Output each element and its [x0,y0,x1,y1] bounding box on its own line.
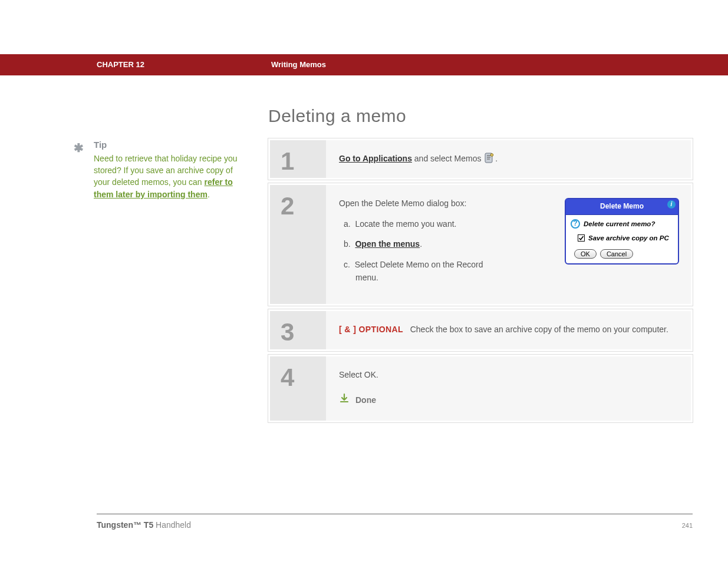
asterisk-icon: ✱ [74,140,84,157]
step4-text: Select OK. [339,368,678,381]
done-row: Done [339,393,678,407]
page-footer: Tungsten™ T5 Handheld 241 [97,514,693,530]
step3-text: Check the box to save an archive copy of… [410,325,668,334]
dialog-titlebar: Delete Memo i [566,199,678,214]
chapter-header: CHAPTER 12 Writing Memos [0,54,728,75]
dialog-question-row: ? Delete current memo? [571,219,673,229]
tip-trailing: . [207,190,210,199]
product-name: Tungsten™ T5 Handheld [97,520,191,530]
go-to-applications-link[interactable]: Go to Applications [339,154,412,163]
step1-trailing: . [495,154,498,163]
done-label: Done [355,394,376,406]
list-item: a. Locate the memo you want. [355,217,504,230]
done-arrow-icon [339,393,350,407]
product-rest: Handheld [153,520,191,530]
steps-container: 1 Go to Applications and select Memos . … [268,138,693,426]
ok-button[interactable]: OK [574,249,597,259]
optional-tag: [ & ] OPTIONAL [339,325,403,334]
dialog-body: ? Delete current memo? Save archive copy… [566,215,678,264]
step-number: 1 [270,140,326,178]
page-heading: Deleting a memo [268,106,406,126]
step-2: 2 Open the Delete Memo dialog box: a. Lo… [268,183,693,306]
dialog-buttons: OK Cancel [571,249,673,259]
section-title: Writing Memos [271,60,326,69]
archive-checkbox-label: Save archive copy on PC [588,233,669,243]
step-body: Select OK. Done [326,356,691,421]
dialog-checkbox-row: Save archive copy on PC [571,233,673,243]
chapter-label: CHAPTER 12 [97,60,144,69]
step-3: 3 [ & ] OPTIONAL Check the box to save a… [268,309,693,351]
list-item: b. Open the menus. [355,237,504,250]
tip-label: Tip [94,138,239,151]
archive-checkbox[interactable] [578,234,585,242]
dialog-question: Delete current memo? [584,219,655,229]
open-the-menus-link[interactable]: Open the menus [355,239,420,249]
tip-body: Need to retrieve that holiday recipe you… [94,153,239,200]
memos-app-icon [483,152,495,164]
step-body: Go to Applications and select Memos . [326,140,691,178]
product-bold: Tungsten™ T5 [97,520,153,530]
step-number: 4 [270,356,326,421]
step2-intro: Open the Delete Memo dialog box: [339,197,504,210]
step1-text: and select Memos [412,154,483,163]
step-body: Open the Delete Memo dialog box: a. Loca… [326,185,691,304]
step2-list: a. Locate the memo you want. b. Open the… [339,217,504,285]
step-number: 2 [270,185,326,304]
step-body: [ & ] OPTIONAL Check the box to save an … [326,311,691,349]
question-icon: ? [571,219,580,229]
step-number: 3 [270,311,326,349]
step2-instructions: Open the Delete Memo dialog box: a. Loca… [339,197,504,284]
page-number: 241 [682,522,693,529]
svg-point-1 [491,154,493,156]
step-4: 4 Select OK. Done [268,355,693,422]
list-item: c. Select Delete Memo on the Record menu… [355,258,504,285]
info-icon[interactable]: i [667,200,676,209]
delete-memo-dialog: Delete Memo i ? Delete current memo? S [565,198,679,265]
dialog-title: Delete Memo [600,202,644,210]
step-1: 1 Go to Applications and select Memos . [268,138,693,180]
tip-column: ✱ Tip Need to retrieve that holiday reci… [74,138,239,200]
cancel-button[interactable]: Cancel [600,249,633,259]
